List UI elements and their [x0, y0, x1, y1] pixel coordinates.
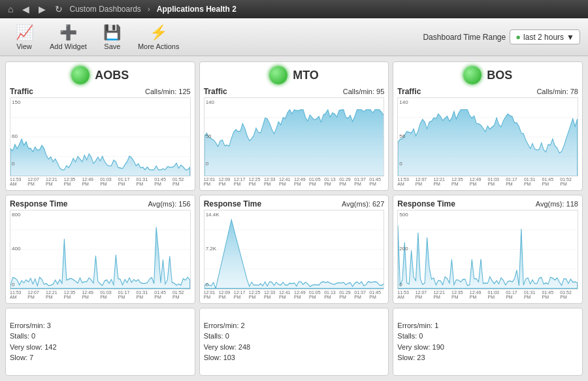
time-label: 11:53 AM [397, 177, 415, 186]
time-label: 12:07 PM [27, 290, 46, 299]
time-label: 12:21 PM [46, 290, 64, 299]
breadcrumb-parent[interactable]: Custom Dashboards [69, 5, 140, 14]
time-label: 12:49 PM [294, 290, 309, 299]
y-max-response-aobs: 800 [12, 212, 20, 218]
response-section-bos: Response Time Avg(ms): 118 500 200 0 [397, 199, 578, 299]
time-label: 01:05 PM [309, 177, 324, 186]
time-label: 01:29 PM [339, 290, 354, 299]
response-svg-mto [204, 210, 384, 288]
slow-stat-mto: Slow: 103 [204, 352, 385, 363]
traffic-title-bos: Traffic [397, 87, 421, 96]
response-panel-bos: Response Time Avg(ms): 118 500 200 0 [393, 195, 583, 303]
veryslow-label: Very slow: [10, 343, 44, 351]
y-zero-traffic-aobs: 0 [12, 161, 14, 167]
time-label: 12:35 PM [451, 290, 470, 299]
veryslow-stat-bos: Very slow: 190 [397, 342, 578, 353]
time-label: 12:25 PM [249, 290, 264, 299]
traffic-section-aobs: Traffic Calls/min: 125 150 60 0 [10, 87, 191, 186]
view-button[interactable]: 📈 View [8, 21, 41, 54]
time-label: 11:53 AM [10, 177, 27, 186]
time-label: 01:45 PM [154, 290, 172, 299]
response-svg-aobs [10, 210, 190, 288]
time-label: 12:33 PM [264, 177, 279, 186]
slow-value-bos: 23 [417, 354, 425, 361]
time-label: 11:53 AM [397, 290, 415, 299]
veryslow-label: Very slow: [397, 343, 432, 351]
time-label: 01:31 PM [137, 290, 155, 299]
time-label: 01:17 PM [118, 290, 137, 299]
response-section-aobs: Response Time Avg(ms): 156 800 400 0 [10, 199, 191, 299]
y-zero-response-bos: 0 [399, 282, 402, 288]
add-widget-label: Add Widget [50, 42, 87, 50]
veryslow-value-aobs: 142 [44, 343, 56, 351]
y-zero-traffic-bos: 0 [399, 161, 402, 167]
time-label: 01:45 PM [542, 177, 561, 186]
stalls-label: Stalls: [10, 332, 31, 340]
stalls-value-bos: 0 [419, 332, 423, 340]
errors-label: Errors/min: [204, 322, 241, 329]
time-label: 01:37 PM [354, 290, 369, 299]
app-header-bos: BOS [397, 66, 578, 84]
more-actions-icon: ⚡ [150, 24, 167, 41]
home-icon[interactable]: ⌂ [5, 3, 16, 16]
traffic-calls-mto: Calls/min: 95 [343, 88, 385, 95]
slow-stat-aobs: Slow: 7 [10, 352, 191, 363]
time-label: 12:49 PM [470, 177, 488, 186]
time-labels-response-mto: 12:01 PM12:09 PM12:17 PM12:25 PM12:33 PM… [204, 290, 385, 299]
time-labels-response-aobs: 11:53 AM12:07 PM12:21 PM12:35 PM12:49 PM… [10, 290, 191, 299]
time-range-label: Dashboard Time Range [423, 33, 506, 42]
time-label: 12:49 PM [82, 290, 100, 299]
slow-label: Slow: [397, 354, 417, 361]
y-mid-traffic-bos: 56 [399, 133, 405, 139]
stats-bos: Errors/min: 1 Stalls: 0 Very slow: 190 S… [397, 320, 578, 363]
app-name-aobs: AOBS [95, 69, 129, 82]
stats-panel-mto: Errors/min: 2 Stalls: 0 Very slow: 248 S… [199, 308, 389, 376]
response-avg-bos: Avg(ms): 118 [536, 200, 578, 208]
time-label: 12:25 PM [249, 177, 264, 186]
time-labels-response-bos: 11:53 AM12:07 PM12:21 PM12:35 PM12:49 PM… [397, 290, 578, 299]
response-chart-aobs: 800 400 0 [10, 210, 191, 289]
errors-label: Errors/min: [10, 322, 47, 329]
back-icon[interactable]: ◀ [20, 3, 32, 16]
y-zero-response-mto: 0 [206, 282, 208, 288]
more-actions-button[interactable]: ⚡ More Actions [131, 21, 186, 54]
refresh-icon[interactable]: ↻ [52, 3, 65, 16]
forward-icon[interactable]: ▶ [36, 3, 48, 16]
time-label: 01:17 PM [506, 290, 524, 299]
time-label: 12:09 PM [219, 290, 234, 299]
slow-value-mto: 103 [223, 354, 235, 361]
response-section-mto: Response Time Avg(ms): 627 14.4K 7.2K 0 [204, 199, 385, 299]
errors-stat-aobs: Errors/min: 3 [10, 320, 191, 331]
clock-icon: ● [515, 32, 521, 42]
breadcrumb-separator: › [148, 5, 150, 14]
traffic-header-aobs: Traffic Calls/min: 125 [10, 87, 191, 96]
save-button[interactable]: 💾 Save [96, 21, 129, 54]
time-label: 01:13 PM [324, 290, 339, 299]
time-label: 01:45 PM [369, 290, 384, 299]
toolbar: 📈 View ➕ Add Widget 💾 Save ⚡ More Action… [0, 18, 588, 56]
traffic-title-mto: Traffic [204, 87, 227, 96]
veryslow-value-mto: 248 [238, 343, 250, 351]
y-zero-traffic-mto: 0 [206, 161, 208, 167]
slow-value-aobs: 7 [29, 354, 33, 361]
traffic-svg-bos [398, 98, 578, 176]
status-indicator-bos [463, 66, 482, 84]
time-label: 01:52 PM [172, 177, 191, 186]
time-label: 01:29 PM [339, 177, 354, 186]
add-widget-button[interactable]: ➕ Add Widget [43, 21, 93, 54]
breadcrumb-current: Applications Health 2 [157, 5, 237, 14]
time-label: 01:45 PM [369, 177, 384, 186]
errors-value-bos: 1 [434, 322, 438, 329]
app-name-bos: BOS [487, 69, 512, 82]
time-label: 12:41 PM [279, 290, 294, 299]
app-panel-mto: MTO Traffic Calls/min: 95 140 [199, 61, 389, 191]
status-indicator-mto [269, 66, 287, 84]
time-labels-traffic-bos: 11:53 AM12:07 PM12:21 PM12:35 PM12:49 PM… [397, 177, 578, 186]
time-range-selector[interactable]: ● last 2 hours ▼ [510, 29, 580, 44]
errors-value-aobs: 3 [47, 322, 51, 329]
nav-bar: ⌂ ◀ ▶ ↻ Custom Dashboards › Applications… [0, 0, 588, 18]
errors-stat-bos: Errors/min: 1 [397, 320, 578, 331]
stalls-label: Stalls: [397, 332, 419, 340]
stats-panel-bos: Errors/min: 1 Stalls: 0 Very slow: 190 S… [393, 308, 583, 376]
y-max-response-bos: 500 [399, 212, 408, 218]
